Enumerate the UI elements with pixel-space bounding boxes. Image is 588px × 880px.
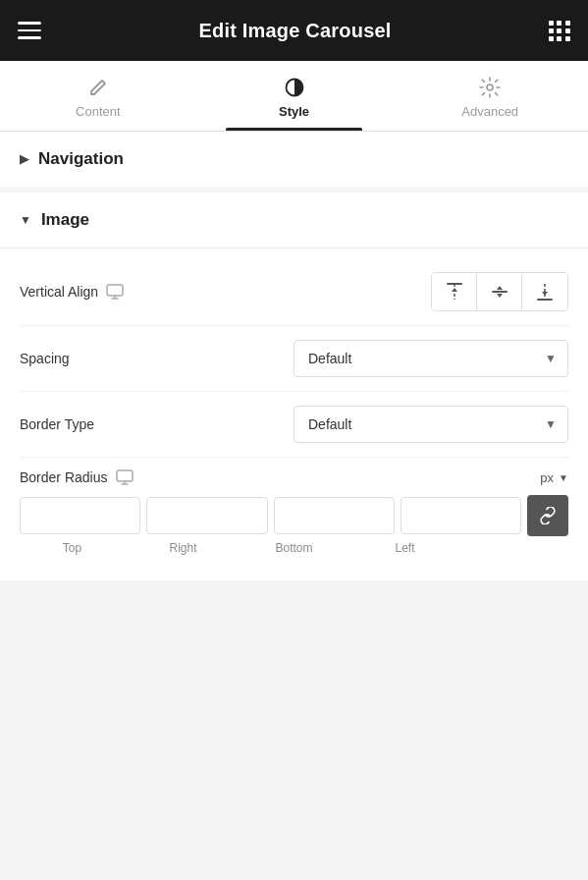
radius-top-input[interactable] (20, 497, 140, 534)
radius-right-label: Right (131, 541, 236, 555)
header: Edit Image Carousel (0, 0, 588, 61)
tabs: Content Style Advanced (0, 61, 588, 132)
border-radius-row: Border Radius px ▼ (20, 458, 568, 561)
radius-right-wrap (146, 497, 267, 534)
radius-top-label: Top (20, 541, 125, 555)
content-area: ▶ Navigation ▼ Image Vertical Align (0, 132, 588, 880)
align-top-button[interactable] (432, 273, 477, 310)
radius-bottom-label: Bottom (241, 541, 347, 555)
unit-chevron: ▼ (559, 472, 568, 483)
image-section-body: Vertical Align (0, 248, 588, 580)
tab-content[interactable]: Content (0, 61, 196, 131)
section-image: ▼ Image Vertical Align (0, 192, 588, 580)
spacing-label: Spacing (20, 351, 70, 366)
unit-label: px (540, 470, 554, 485)
panel: Edit Image Carousel Content (0, 0, 588, 880)
radius-link-spacer (463, 541, 568, 555)
vertical-align-row: Vertical Align (20, 258, 568, 326)
menu-button[interactable] (18, 22, 41, 39)
navigation-section-header[interactable]: ▶ Navigation (0, 132, 588, 187)
navigation-chevron: ▶ (20, 152, 28, 166)
image-section-header[interactable]: ▼ Image (0, 192, 588, 248)
svg-point-1 (487, 84, 493, 90)
image-section-label: Image (41, 210, 89, 230)
gear-icon (479, 77, 501, 98)
tab-advanced[interactable]: Advanced (392, 61, 588, 131)
radius-right-input[interactable] (146, 497, 267, 534)
spacing-select-wrap: Default None Small Medium Large ▼ (294, 340, 568, 377)
border-type-text: Border Type (20, 416, 94, 432)
radius-left-wrap (401, 497, 521, 534)
pencil-icon (87, 77, 109, 98)
radius-left-input[interactable] (401, 497, 521, 534)
radius-top-wrap (20, 497, 140, 534)
tab-style-label: Style (279, 104, 309, 119)
align-middle-button[interactable] (477, 273, 522, 310)
unit-selector-button[interactable]: px ▼ (540, 470, 568, 485)
border-type-label: Border Type (20, 416, 94, 432)
monitor-icon-border (116, 469, 134, 485)
radius-bottom-input[interactable] (274, 497, 395, 534)
border-radius-text: Border Radius (20, 469, 108, 485)
align-bottom-button[interactable] (522, 273, 567, 310)
image-chevron: ▼ (20, 213, 31, 227)
border-type-row: Border Type Default None Solid Dashed Do… (20, 392, 568, 458)
header-title: Edit Image Carousel (198, 20, 391, 42)
border-radius-label: Border Radius (20, 469, 134, 485)
link-button[interactable] (527, 495, 568, 536)
spacing-select[interactable]: Default None Small Medium Large (294, 340, 568, 377)
radius-inputs (20, 495, 568, 536)
tab-style[interactable]: Style (196, 61, 393, 131)
apps-button[interactable] (549, 21, 570, 41)
vertical-align-label: Vertical Align (20, 284, 124, 300)
spacing-text: Spacing (20, 351, 70, 366)
section-navigation: ▶ Navigation (0, 132, 588, 187)
border-type-select[interactable]: Default None Solid Dashed Dotted Double (294, 406, 568, 443)
vertical-align-text: Vertical Align (20, 284, 98, 300)
navigation-section-label: Navigation (38, 149, 124, 169)
vertical-align-buttons (431, 272, 568, 311)
border-type-select-wrap: Default None Solid Dashed Dotted Double … (294, 406, 568, 443)
monitor-icon-vertical (106, 284, 124, 300)
radius-labels: Top Right Bottom Left (20, 541, 568, 555)
radius-bottom-wrap (274, 497, 395, 534)
spacing-row: Spacing Default None Small Medium Large … (20, 326, 568, 392)
half-circle-icon (284, 77, 305, 98)
radius-left-label: Left (352, 541, 457, 555)
svg-rect-8 (117, 470, 133, 481)
border-radius-header: Border Radius px ▼ (20, 469, 568, 485)
tab-advanced-label: Advanced (461, 104, 518, 119)
svg-rect-2 (107, 285, 123, 296)
tab-content-label: Content (76, 104, 121, 119)
